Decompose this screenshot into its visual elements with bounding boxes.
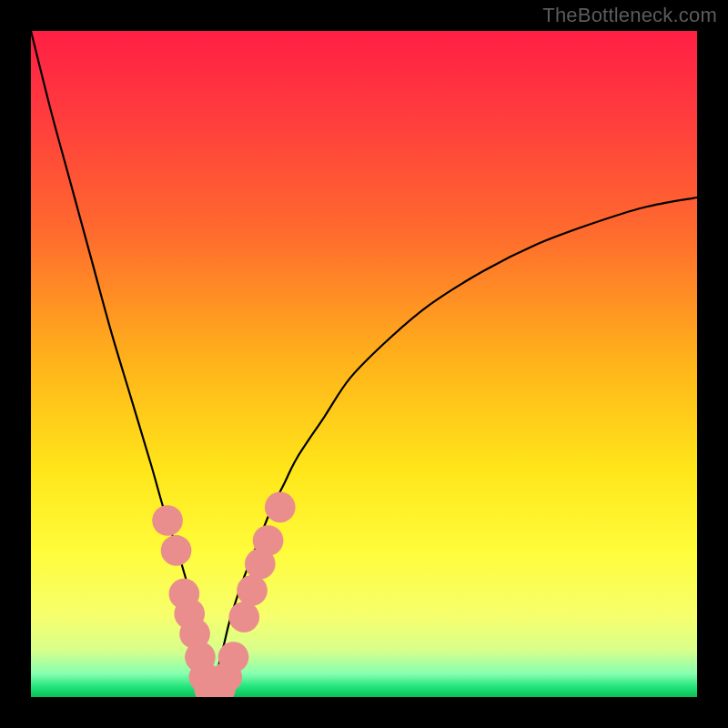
outer-frame: TheBottleneck.com (0, 0, 728, 728)
watermark-text: TheBottleneck.com (542, 4, 717, 27)
heat-gradient-background (31, 31, 697, 697)
plot-area (31, 31, 697, 697)
